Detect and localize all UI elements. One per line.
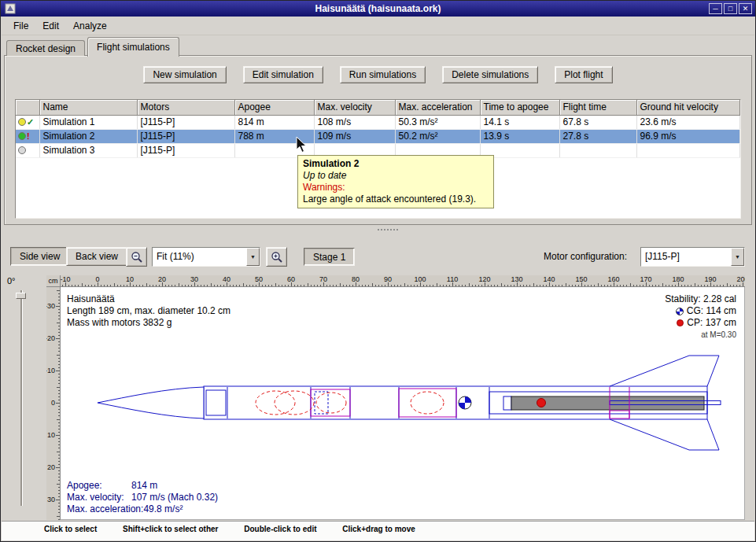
stability-info: Stability: 2.28 cal CG: 114 cm CP: 137 c…: [665, 293, 736, 341]
rocket-name: Haisunäätä: [67, 293, 230, 305]
status-exclamation-icon: !: [27, 131, 30, 141]
fin-bottom[interactable]: [610, 419, 719, 450]
chevron-down-icon[interactable]: ▼: [731, 248, 744, 266]
stage-1-toggle[interactable]: Stage 1: [304, 248, 355, 266]
menu-analyze[interactable]: Analyze: [66, 18, 114, 34]
ruler-unit-label: cm: [46, 275, 61, 287]
main-tab-bar: Rocket design Flight simulations: [1, 35, 755, 56]
cg-legend-icon: [676, 308, 684, 315]
column-header-time-to-apogee[interactable]: Time to apogee: [480, 100, 559, 115]
rocket-mass: Mass with motors 3832 g: [67, 317, 230, 329]
cg-symbol: [459, 396, 471, 409]
menu-bar: File Edit Analyze: [2, 17, 754, 35]
column-header-apogee[interactable]: Apogee: [234, 100, 314, 115]
simulation-tooltip: Simulation 2 Up to date Warnings: Large …: [297, 155, 494, 208]
minimize-button-icon[interactable]: ─: [709, 3, 722, 14]
splitter-grip-icon: [378, 229, 379, 230]
title-bar[interactable]: Haisunäätä (haisunaata.ork) ─ □ ✕: [1, 1, 755, 17]
hint-click-to-select: Click to select: [44, 525, 97, 533]
column-header-motors[interactable]: Motors: [137, 100, 234, 115]
zoom-out-button[interactable]: [126, 247, 147, 267]
motor-configuration-label: Motor configuration:: [544, 251, 627, 262]
run-simulations-button[interactable]: Run simulations: [340, 66, 426, 83]
max-velocity-label: Max. velocity:: [67, 492, 131, 503]
menu-edit[interactable]: Edit: [35, 18, 66, 34]
status-check-icon: ✓: [27, 117, 34, 127]
horizontal-splitter[interactable]: [1, 225, 755, 234]
table-row[interactable]: ✓ Simulation 1 [J115-P] 814 m 108 m/s 50…: [16, 115, 740, 129]
new-simulation-button[interactable]: New simulation: [143, 66, 226, 83]
rotation-slider-handle[interactable]: [16, 293, 26, 299]
column-header-max-acceleration[interactable]: Max. acceleration: [395, 100, 480, 115]
max-acceleration-label: Max. acceleration:: [67, 503, 143, 515]
zoom-in-icon: [271, 251, 283, 264]
hint-click-drag: Click+drag to move: [342, 525, 415, 533]
status-not-simulated-icon: [18, 146, 26, 154]
apogee-value: 814 m: [131, 480, 157, 491]
close-button-icon[interactable]: ✕: [739, 3, 752, 14]
max-velocity-value: 107 m/s (Mach 0.32): [131, 492, 218, 503]
rocket-view-panel: Side view Back view Fit (11%) ▼ Stage 1 …: [2, 234, 754, 540]
table-row-selected[interactable]: ! Simulation 2 [J115-P] 788 m 109 m/s 50…: [16, 129, 740, 143]
chevron-down-icon[interactable]: ▼: [246, 248, 260, 266]
column-header-status[interactable]: [16, 100, 39, 115]
window-title: Haisunäätä (haisunaata.ork): [1, 3, 755, 14]
application-window: Haisunäätä (haisunaata.ork) ─ □ ✕ File E…: [0, 0, 756, 542]
simulation-table: Name Motors Apogee Max. velocity Max. ac…: [16, 100, 740, 158]
column-header-max-velocity[interactable]: Max. velocity: [314, 100, 395, 115]
flight-info: Apogee:814 m Max. velocity:107 m/s (Mach…: [67, 480, 218, 515]
column-header-flight-time[interactable]: Flight time: [559, 100, 636, 115]
zoom-in-button[interactable]: [266, 247, 287, 267]
rocket-info: Haisunäätä Length 189 cm, max. diameter …: [67, 293, 230, 329]
simulation-toolbar: New simulation Edit simulation Run simul…: [5, 66, 751, 83]
status-bar: Click to select Shift+click to select ot…: [2, 521, 754, 540]
apogee-label: Apogee:: [67, 480, 131, 492]
hint-shift-click: Shift+click to select other: [123, 525, 218, 533]
back-view-button[interactable]: Back view: [66, 247, 127, 266]
menu-file[interactable]: File: [6, 18, 35, 34]
cp-value: CP: 137 cm: [687, 317, 736, 329]
cg-value: CG: 114 cm: [687, 305, 736, 317]
delete-simulations-button[interactable]: Delete simulations: [442, 66, 538, 83]
motor-configuration-value: [J115-P]: [641, 248, 731, 266]
tooltip-status: Up to date: [303, 170, 489, 182]
zoom-out-icon: [131, 251, 143, 264]
plot-flight-button[interactable]: Plot flight: [555, 66, 612, 83]
mach-condition: at M=0.30: [665, 329, 736, 341]
vertical-ruler: -30-20-100102030: [46, 287, 61, 520]
tooltip-warning-text: Large angle of attack encountered (19.3)…: [303, 194, 489, 205]
tab-rocket-design[interactable]: Rocket design: [6, 40, 85, 56]
fin-top[interactable]: [610, 356, 719, 386]
mouse-cursor: [296, 136, 310, 155]
rotation-value: 0°: [7, 276, 16, 286]
column-header-ground-hit-velocity[interactable]: Ground hit velocity: [636, 100, 740, 115]
stability-value: Stability: 2.28 cal: [665, 293, 736, 305]
max-acceleration-value: 49.8 m/s²: [143, 503, 183, 514]
motor-configuration-select[interactable]: [J115-P] ▼: [640, 247, 745, 267]
rocket-dimensions: Length 189 cm, max. diameter 10.2 cm: [67, 305, 230, 317]
edit-simulation-button[interactable]: Edit simulation: [243, 66, 323, 83]
tooltip-warnings-label: Warnings:: [303, 182, 489, 194]
status-uptodate-icon: [18, 118, 26, 126]
zoom-select-value: Fit (11%): [153, 248, 246, 266]
horizontal-ruler: -100102030405060708090100110120130140150…: [61, 275, 745, 287]
tab-flight-simulations[interactable]: Flight simulations: [87, 37, 179, 57]
zoom-select[interactable]: Fit (11%) ▼: [152, 247, 260, 267]
status-warning-icon: [18, 132, 26, 140]
rocket-canvas[interactable]: Haisunäätä Length 189 cm, max. diameter …: [61, 287, 745, 520]
cp-legend-icon: [677, 319, 684, 326]
tooltip-title: Simulation 2: [303, 158, 489, 170]
cp-symbol: [537, 399, 546, 407]
nose-cone[interactable]: [98, 387, 204, 418]
side-view-button[interactable]: Side view: [10, 247, 69, 266]
maximize-button-icon[interactable]: □: [724, 3, 737, 14]
column-header-name[interactable]: Name: [39, 100, 137, 115]
rotation-slider-track[interactable]: [20, 290, 22, 506]
hint-double-click: Double-click to edit: [244, 525, 316, 533]
